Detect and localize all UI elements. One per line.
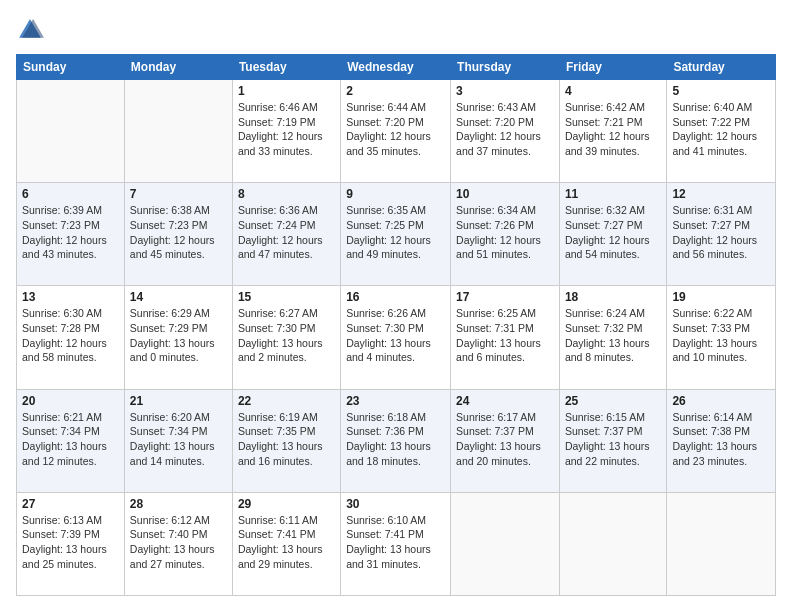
day-info: Sunrise: 6:31 AMSunset: 7:27 PMDaylight:… (672, 203, 770, 262)
day-info: Sunrise: 6:32 AMSunset: 7:27 PMDaylight:… (565, 203, 661, 262)
day-info: Sunrise: 6:17 AMSunset: 7:37 PMDaylight:… (456, 410, 554, 469)
day-info: Sunrise: 6:42 AMSunset: 7:21 PMDaylight:… (565, 100, 661, 159)
day-info: Sunrise: 6:15 AMSunset: 7:37 PMDaylight:… (565, 410, 661, 469)
day-info: Sunrise: 6:24 AMSunset: 7:32 PMDaylight:… (565, 306, 661, 365)
day-number: 5 (672, 84, 770, 98)
day-info: Sunrise: 6:13 AMSunset: 7:39 PMDaylight:… (22, 513, 119, 572)
day-number: 16 (346, 290, 445, 304)
calendar-week-row: 20Sunrise: 6:21 AMSunset: 7:34 PMDayligh… (17, 389, 776, 492)
day-info: Sunrise: 6:46 AMSunset: 7:19 PMDaylight:… (238, 100, 335, 159)
calendar-day-cell: 11Sunrise: 6:32 AMSunset: 7:27 PMDayligh… (559, 183, 666, 286)
day-number: 18 (565, 290, 661, 304)
day-info: Sunrise: 6:40 AMSunset: 7:22 PMDaylight:… (672, 100, 770, 159)
day-number: 25 (565, 394, 661, 408)
day-info: Sunrise: 6:22 AMSunset: 7:33 PMDaylight:… (672, 306, 770, 365)
day-number: 13 (22, 290, 119, 304)
calendar-week-row: 13Sunrise: 6:30 AMSunset: 7:28 PMDayligh… (17, 286, 776, 389)
calendar-day-cell (667, 492, 776, 595)
day-info: Sunrise: 6:43 AMSunset: 7:20 PMDaylight:… (456, 100, 554, 159)
calendar-day-cell: 20Sunrise: 6:21 AMSunset: 7:34 PMDayligh… (17, 389, 125, 492)
calendar-day-cell: 28Sunrise: 6:12 AMSunset: 7:40 PMDayligh… (124, 492, 232, 595)
day-info: Sunrise: 6:29 AMSunset: 7:29 PMDaylight:… (130, 306, 227, 365)
calendar-day-cell: 15Sunrise: 6:27 AMSunset: 7:30 PMDayligh… (232, 286, 340, 389)
calendar-day-cell: 2Sunrise: 6:44 AMSunset: 7:20 PMDaylight… (341, 80, 451, 183)
calendar-day-cell: 5Sunrise: 6:40 AMSunset: 7:22 PMDaylight… (667, 80, 776, 183)
calendar-header-tuesday: Tuesday (232, 55, 340, 80)
calendar-day-cell: 27Sunrise: 6:13 AMSunset: 7:39 PMDayligh… (17, 492, 125, 595)
calendar-day-cell: 9Sunrise: 6:35 AMSunset: 7:25 PMDaylight… (341, 183, 451, 286)
header (16, 16, 776, 44)
day-number: 26 (672, 394, 770, 408)
calendar-day-cell (451, 492, 560, 595)
day-info: Sunrise: 6:27 AMSunset: 7:30 PMDaylight:… (238, 306, 335, 365)
day-number: 27 (22, 497, 119, 511)
day-info: Sunrise: 6:36 AMSunset: 7:24 PMDaylight:… (238, 203, 335, 262)
day-info: Sunrise: 6:14 AMSunset: 7:38 PMDaylight:… (672, 410, 770, 469)
logo-icon (16, 16, 44, 44)
day-info: Sunrise: 6:39 AMSunset: 7:23 PMDaylight:… (22, 203, 119, 262)
calendar-header-row: SundayMondayTuesdayWednesdayThursdayFrid… (17, 55, 776, 80)
day-info: Sunrise: 6:38 AMSunset: 7:23 PMDaylight:… (130, 203, 227, 262)
day-number: 21 (130, 394, 227, 408)
day-info: Sunrise: 6:35 AMSunset: 7:25 PMDaylight:… (346, 203, 445, 262)
calendar-day-cell: 18Sunrise: 6:24 AMSunset: 7:32 PMDayligh… (559, 286, 666, 389)
day-number: 14 (130, 290, 227, 304)
day-number: 3 (456, 84, 554, 98)
day-info: Sunrise: 6:12 AMSunset: 7:40 PMDaylight:… (130, 513, 227, 572)
day-number: 30 (346, 497, 445, 511)
calendar-day-cell: 6Sunrise: 6:39 AMSunset: 7:23 PMDaylight… (17, 183, 125, 286)
calendar-day-cell: 23Sunrise: 6:18 AMSunset: 7:36 PMDayligh… (341, 389, 451, 492)
day-info: Sunrise: 6:21 AMSunset: 7:34 PMDaylight:… (22, 410, 119, 469)
calendar-week-row: 1Sunrise: 6:46 AMSunset: 7:19 PMDaylight… (17, 80, 776, 183)
calendar-day-cell: 1Sunrise: 6:46 AMSunset: 7:19 PMDaylight… (232, 80, 340, 183)
day-number: 9 (346, 187, 445, 201)
day-number: 4 (565, 84, 661, 98)
calendar-header-thursday: Thursday (451, 55, 560, 80)
calendar-day-cell (17, 80, 125, 183)
day-number: 17 (456, 290, 554, 304)
calendar-day-cell: 14Sunrise: 6:29 AMSunset: 7:29 PMDayligh… (124, 286, 232, 389)
day-info: Sunrise: 6:26 AMSunset: 7:30 PMDaylight:… (346, 306, 445, 365)
calendar-header-monday: Monday (124, 55, 232, 80)
calendar-day-cell: 7Sunrise: 6:38 AMSunset: 7:23 PMDaylight… (124, 183, 232, 286)
day-info: Sunrise: 6:34 AMSunset: 7:26 PMDaylight:… (456, 203, 554, 262)
calendar-day-cell: 19Sunrise: 6:22 AMSunset: 7:33 PMDayligh… (667, 286, 776, 389)
calendar-day-cell: 29Sunrise: 6:11 AMSunset: 7:41 PMDayligh… (232, 492, 340, 595)
day-number: 7 (130, 187, 227, 201)
day-number: 22 (238, 394, 335, 408)
day-info: Sunrise: 6:30 AMSunset: 7:28 PMDaylight:… (22, 306, 119, 365)
day-number: 1 (238, 84, 335, 98)
calendar-day-cell: 10Sunrise: 6:34 AMSunset: 7:26 PMDayligh… (451, 183, 560, 286)
day-number: 2 (346, 84, 445, 98)
calendar-table: SundayMondayTuesdayWednesdayThursdayFrid… (16, 54, 776, 596)
day-info: Sunrise: 6:44 AMSunset: 7:20 PMDaylight:… (346, 100, 445, 159)
day-number: 10 (456, 187, 554, 201)
calendar-header-saturday: Saturday (667, 55, 776, 80)
day-number: 29 (238, 497, 335, 511)
page: SundayMondayTuesdayWednesdayThursdayFrid… (0, 0, 792, 612)
day-number: 19 (672, 290, 770, 304)
day-info: Sunrise: 6:25 AMSunset: 7:31 PMDaylight:… (456, 306, 554, 365)
calendar-day-cell: 16Sunrise: 6:26 AMSunset: 7:30 PMDayligh… (341, 286, 451, 389)
calendar-week-row: 27Sunrise: 6:13 AMSunset: 7:39 PMDayligh… (17, 492, 776, 595)
day-number: 24 (456, 394, 554, 408)
day-info: Sunrise: 6:19 AMSunset: 7:35 PMDaylight:… (238, 410, 335, 469)
calendar-header-wednesday: Wednesday (341, 55, 451, 80)
day-number: 20 (22, 394, 119, 408)
calendar-day-cell: 30Sunrise: 6:10 AMSunset: 7:41 PMDayligh… (341, 492, 451, 595)
calendar-day-cell: 3Sunrise: 6:43 AMSunset: 7:20 PMDaylight… (451, 80, 560, 183)
calendar-day-cell (124, 80, 232, 183)
calendar-day-cell: 21Sunrise: 6:20 AMSunset: 7:34 PMDayligh… (124, 389, 232, 492)
day-number: 28 (130, 497, 227, 511)
day-info: Sunrise: 6:18 AMSunset: 7:36 PMDaylight:… (346, 410, 445, 469)
calendar-day-cell: 17Sunrise: 6:25 AMSunset: 7:31 PMDayligh… (451, 286, 560, 389)
calendar-day-cell: 25Sunrise: 6:15 AMSunset: 7:37 PMDayligh… (559, 389, 666, 492)
calendar-day-cell: 4Sunrise: 6:42 AMSunset: 7:21 PMDaylight… (559, 80, 666, 183)
logo (16, 16, 48, 44)
day-info: Sunrise: 6:20 AMSunset: 7:34 PMDaylight:… (130, 410, 227, 469)
day-number: 8 (238, 187, 335, 201)
calendar-day-cell: 8Sunrise: 6:36 AMSunset: 7:24 PMDaylight… (232, 183, 340, 286)
day-number: 23 (346, 394, 445, 408)
calendar-day-cell (559, 492, 666, 595)
day-number: 11 (565, 187, 661, 201)
